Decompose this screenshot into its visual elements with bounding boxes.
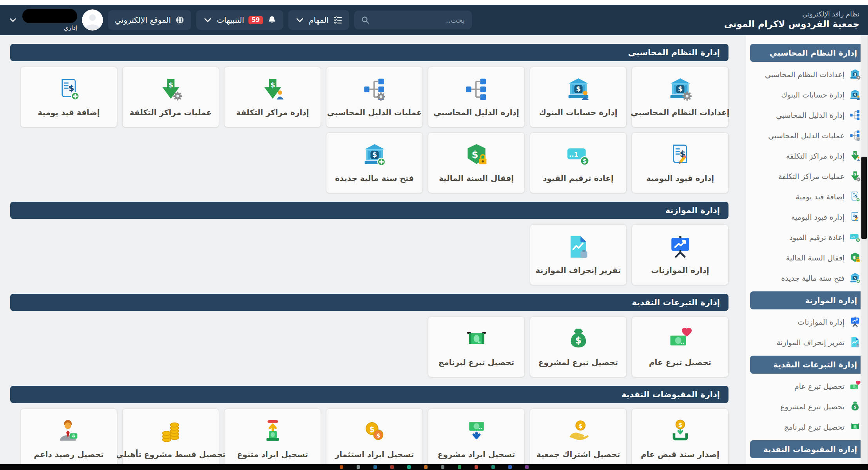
sidebar-item-label: عمليات مراكز التكلفة [778,172,844,181]
svg-text:$: $ [582,157,586,164]
module-card[interactable]: $إدارة حسابات البنوك [530,67,627,127]
sidebar-item[interactable]: إدارة الدليل المحاسبي [746,105,868,125]
renumber-card-icon: 1..$ [849,231,861,243]
module-card[interactable]: $تحصيل اشتراك جمعية [530,409,627,464]
org-tree-gear-icon [362,77,387,102]
module-card[interactable]: $إصدار سند قبض عام [632,409,728,464]
taskbar-app-icon[interactable] [475,465,478,469]
scrollbar-thumb[interactable] [861,157,867,239]
taskbar-app-icon[interactable] [458,465,461,469]
module-card[interactable]: $تحصيل تبرع لمشروع [530,316,627,377]
search-box[interactable] [354,11,472,29]
sidebar-item-label: إدارة الدليل المحاسبي [776,111,844,119]
sidebar-item[interactable]: $فتح سنة مالية جديدة [746,268,868,288]
tasks-label: المهام [309,15,329,25]
svg-text:$: $ [854,93,856,97]
search-input[interactable] [374,15,466,25]
tasks-button[interactable]: المهام [288,10,349,30]
module-card[interactable]: تسجيل ايراد متنوع [224,409,321,464]
taskbar-app-icon[interactable] [441,465,444,469]
module-card[interactable]: تحصيل تبرع عام [632,316,728,377]
section-header: إدارة النظام المحاسبي [10,44,728,61]
bank-gear-icon: $ [849,69,861,80]
module-card[interactable]: تحصيل قسط مشروع تأهيلي [122,409,219,464]
sidebar-item[interactable]: عمليات الدليل المحاسبي [746,125,868,146]
taskbar-app-icon[interactable] [508,465,512,469]
sidebar-item-label: إعدادات النظام المحاسبي [765,70,844,79]
taskbar-app-icon[interactable] [491,465,495,469]
sidebar-item[interactable]: $إدارة قيود اليومية [746,207,868,227]
module-card-label: عمليات مراكز التكلفة [130,108,212,117]
sidebar-item[interactable]: تحصيل تبرع عام [746,376,868,396]
module-card-label: تحصيل تبرع عام [649,358,711,367]
svg-text:$: $ [372,151,377,159]
sidebar-item[interactable]: $تحصيل تبرع لمشروع [746,396,868,417]
sidebar-item[interactable]: $إدارة مراكز التكلفة [746,146,868,166]
taskbar-app-icon[interactable] [525,465,529,469]
windows-taskbar[interactable] [0,464,868,470]
svg-text:1..: 1.. [851,235,855,239]
sidebar-item[interactable]: $إضافة قيد يومية [746,186,868,207]
arrow-dollar-gear-icon: $ [849,170,861,182]
chevron-down-icon [295,15,304,25]
module-card[interactable]: 1..$إعادة ترقيم القيود [530,132,627,193]
coin-tray-icon: $ [668,419,693,444]
app-root: نظام رافد الإلكتروني جمعية الفردوس لاكرا… [0,0,868,470]
user-menu-chevron-icon[interactable] [9,16,17,24]
organization-name: جمعية الفردوس لاكرام الموتى [724,18,859,30]
website-button[interactable]: الموقع الإلكتروني [108,10,191,30]
avatar[interactable] [82,9,103,31]
taskbar-app-icon[interactable] [340,465,343,469]
module-card[interactable]: $إضافة قيد يومية [20,67,117,127]
module-card[interactable]: $عمليات مراكز التكلفة [122,67,219,127]
module-card[interactable]: إدارة الموازنات [632,224,728,285]
sidebar-item-label: إضافة قيد يومية [796,192,844,201]
sidebar-item[interactable]: 1..$إعادة ترقيم القيود [746,227,868,248]
top-navigation-bar: نظام رافد الإلكتروني جمعية الفردوس لاكرا… [0,5,868,35]
module-card-label: تحصيل تبرع لمشروع [538,358,618,367]
system-name: نظام رافد الإلكتروني [724,10,859,18]
org-tree-gear-icon [849,130,861,141]
sidebar-item[interactable]: إدارة الموازنات [746,312,868,332]
sidebar-item[interactable]: $إعدادات النظام المحاسبي [746,64,868,85]
svg-text:$: $ [578,423,582,429]
sidebar-item[interactable]: $ [746,461,868,464]
user-menu[interactable]: إداري [22,9,103,31]
sidebar-item[interactable]: $إدارة حسابات البنوك [746,85,868,105]
sidebar-item[interactable]: تحصيل تبرع لبرنامج [746,417,868,437]
module-card[interactable]: عمليات الدليل المحاسبي [326,67,423,127]
notifications-button[interactable]: 59 التنبيهات [196,10,283,30]
page-scrollbar[interactable] [861,35,868,464]
module-card[interactable]: تحصيل تبرع لبرنامج [428,316,525,377]
module-card[interactable]: $إدارة قيود اليومية [632,132,728,193]
module-card[interactable]: $$تسجيل ايراد استثمار [326,409,423,464]
taskbar-app-icon[interactable] [407,465,411,469]
module-card[interactable]: $إعدادات النظام المحاسبي [632,67,728,127]
svg-text:$: $ [678,421,682,428]
module-card[interactable]: $فتح سنة مالية جديدة [326,132,423,193]
money-heart-icon [668,327,693,352]
module-card[interactable]: $إدارة مراكز التكلفة [224,67,321,127]
main-content: إدارة النظام المحاسبي$إعدادات النظام الم… [0,35,739,464]
sidebar-item-label: إقفال السنة المالية [786,253,844,262]
sidebar-item[interactable]: $عمليات مراكز التكلفة [746,166,868,186]
website-label: الموقع الإلكتروني [115,15,171,25]
money-bag-icon: $ [849,401,861,412]
module-card[interactable]: تحصيل رصيد داعم [20,409,117,464]
section-header: إدارة الموازنة [10,202,728,219]
taskbar-app-icon[interactable] [424,465,428,469]
coin-hand-icon: $ [566,419,591,444]
sidebar-item[interactable]: تقرير إنحراف الموازنة [746,332,868,352]
taskbar-app-icon[interactable] [357,465,360,469]
module-card-label: إضافة قيد يومية [38,108,100,117]
taskbar-app-icon[interactable] [373,465,377,469]
card-grid: $إصدار سند قبض عام$تحصيل اشتراك جمعيةتسج… [10,409,728,464]
module-card[interactable]: تقرير إنحراف الموازنة [530,224,627,285]
module-card[interactable]: إدارة الدليل المحاسبي [428,67,525,127]
sidebar-item[interactable]: $إقفال السنة المالية [746,248,868,268]
module-card[interactable]: $إقفال السنة المالية [428,132,525,193]
sidebar-item-label: إدارة مراكز التكلفة [786,152,844,160]
taskbar-app-icon[interactable] [390,465,394,469]
sidebar-section-header: إدارة التبرعات النقدية [750,356,865,374]
module-card[interactable]: تسجيل ايراد مشروع [428,409,525,464]
